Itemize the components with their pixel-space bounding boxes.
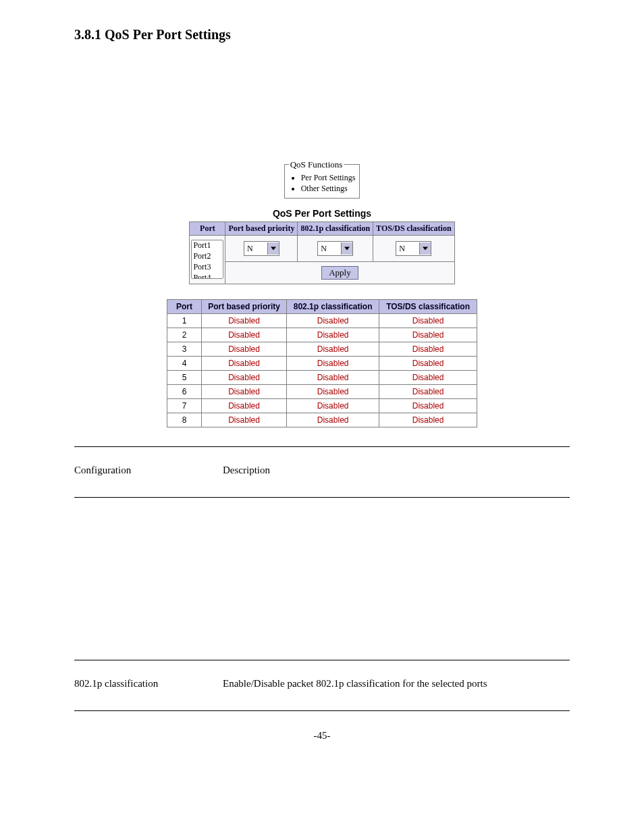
table-row: 2DisabledDisabledDisabled bbox=[167, 328, 477, 342]
chevron-down-icon bbox=[419, 242, 431, 255]
desc-row-dot1p: 802.1p classification Enable/Disable pac… bbox=[74, 675, 570, 692]
table-row: 5DisabledDisabledDisabled bbox=[167, 371, 477, 385]
table-row: 7DisabledDisabledDisabled bbox=[167, 399, 477, 413]
section-heading: 3.8.1 QoS Per Port Settings bbox=[74, 27, 570, 43]
th-tosds: TOS/DS classification bbox=[373, 222, 454, 236]
status-table: Port Port based priority 802.1p classifi… bbox=[167, 299, 477, 427]
link-per-port-settings[interactable]: Per Port Settings bbox=[301, 173, 356, 184]
page-footer: -45- bbox=[74, 730, 570, 741]
th-priority: Port based priority bbox=[225, 222, 298, 236]
table-row: 3DisabledDisabledDisabled bbox=[167, 342, 477, 357]
port-listbox[interactable]: Port1 Port2 Port3 Port4 bbox=[191, 240, 223, 279]
divider bbox=[74, 660, 570, 660]
th-dot1p: 802.1p classification bbox=[287, 300, 379, 314]
th-port: Port bbox=[190, 222, 225, 236]
divider bbox=[74, 710, 570, 711]
th-dot1p: 802.1p classification bbox=[298, 222, 373, 236]
fieldset-legend: QoS Functions bbox=[289, 159, 344, 170]
table-row: 6DisabledDisabledDisabled bbox=[167, 385, 477, 399]
divider bbox=[74, 497, 570, 498]
link-other-settings[interactable]: Other Settings bbox=[301, 184, 356, 194]
th-priority: Port based priority bbox=[202, 300, 287, 314]
divider bbox=[74, 446, 570, 447]
table-row: 1DisabledDisabledDisabled bbox=[167, 314, 477, 328]
config-table: Port Port based priority 802.1p classifi… bbox=[189, 221, 454, 284]
table-row: 4DisabledDisabledDisabled bbox=[167, 357, 477, 371]
table-row: 8DisabledDisabledDisabled bbox=[167, 413, 477, 427]
th-tosds: TOS/DS classification bbox=[379, 300, 477, 314]
dot1p-select[interactable]: N bbox=[317, 241, 353, 256]
apply-button[interactable]: Apply bbox=[321, 266, 358, 280]
chevron-down-icon bbox=[267, 242, 279, 255]
desc-row-header: Configuration Description bbox=[74, 462, 570, 478]
tosds-select[interactable]: N bbox=[396, 241, 431, 256]
chevron-down-icon bbox=[341, 242, 352, 255]
qos-functions-group: QoS Functions Per Port Settings Other Se… bbox=[284, 164, 360, 199]
th-port: Port bbox=[167, 300, 202, 314]
priority-select[interactable]: N bbox=[244, 241, 279, 256]
settings-title: QoS Per Port Settings bbox=[273, 208, 371, 219]
